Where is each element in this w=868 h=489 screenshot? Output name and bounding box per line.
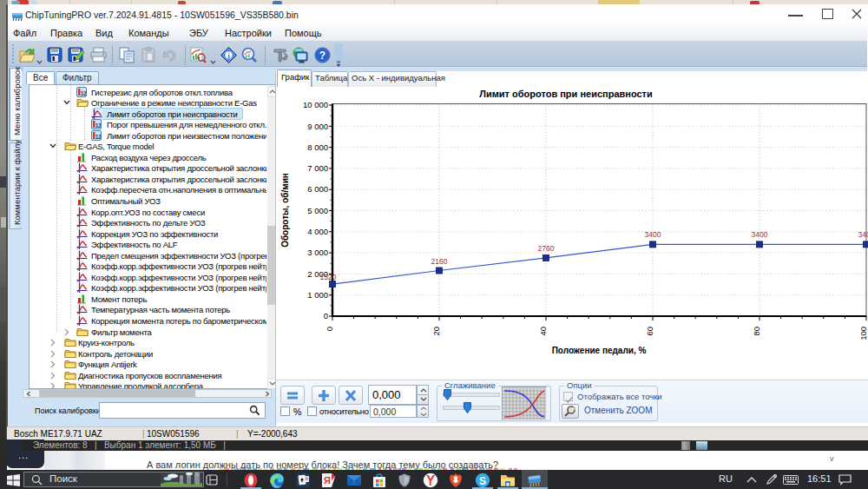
svg-text:60: 60 — [645, 327, 654, 336]
svg-text:20: 20 — [431, 327, 441, 336]
svg-text:3400: 3400 — [858, 230, 868, 239]
svg-text:1 000: 1 000 — [307, 290, 328, 300]
svg-text:3400: 3400 — [752, 230, 768, 239]
svg-text:10 000: 10 000 — [303, 100, 328, 109]
svg-text:40: 40 — [538, 327, 548, 336]
svg-text:12: 12 — [95, 122, 102, 129]
svg-text:2160: 2160 — [431, 257, 448, 266]
svg-text:6 000: 6 000 — [307, 184, 328, 194]
svg-text:Лимит оборотов при неисправнос: Лимит оборотов при неисправности — [479, 89, 653, 99]
svg-text:3400: 3400 — [645, 230, 661, 239]
svg-text:1520: 1520 — [320, 273, 337, 281]
svg-text:12: 12 — [81, 90, 87, 96]
svg-text:3 000: 3 000 — [307, 248, 328, 257]
svg-text:5 000: 5 000 — [307, 206, 328, 215]
svg-text:7 000: 7 000 — [307, 163, 328, 173]
svg-text:Обороты, об/мин: Обороты, об/мин — [280, 173, 290, 248]
svg-text:100: 100 — [858, 327, 868, 340]
svg-text:12: 12 — [95, 134, 102, 140]
svg-text:4 000: 4 000 — [307, 227, 328, 236]
svg-text:?: ? — [319, 50, 326, 62]
svg-text:Я: Я — [324, 475, 331, 486]
svg-text:80: 80 — [752, 327, 761, 336]
svg-text:9 000: 9 000 — [307, 122, 328, 131]
svg-text:8 000: 8 000 — [307, 142, 328, 152]
svg-text:0: 0 — [324, 311, 328, 320]
svg-text:Положение педали, %: Положение педали, % — [552, 346, 647, 355]
svg-text:S: S — [479, 475, 486, 487]
svg-text:2760: 2760 — [538, 244, 555, 253]
svg-text:0: 0 — [325, 327, 334, 331]
